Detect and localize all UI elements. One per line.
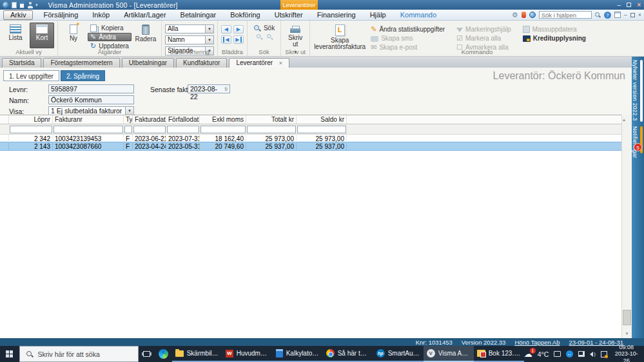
markeringshjalp-button[interactable]: Markeringshjälp xyxy=(454,25,514,33)
skapa-sms-button[interactable]: Skapa sms xyxy=(368,34,447,43)
first-record-button[interactable]: ◀ xyxy=(221,35,231,44)
temperature-label[interactable]: 4°C xyxy=(538,350,549,358)
taskbar-app-bok-pdf[interactable]: Bok 123.Pdf ... xyxy=(474,346,524,362)
menu-inkop[interactable]: Inköp xyxy=(85,11,117,19)
sidebar-notifications-tab[interactable]: Notifieringar xyxy=(632,126,638,158)
mdi-minimize-button[interactable]: – xyxy=(624,12,627,18)
namn-field[interactable]: Öckerö Kommun xyxy=(48,95,134,104)
zoom-in-icon[interactable] xyxy=(256,33,262,40)
taskbar-app-kalkylatorn[interactable]: Kalkylatorn ... xyxy=(273,346,323,362)
filter-lopnr-input[interactable] xyxy=(10,126,52,133)
subtab-sparning[interactable]: 2. Spårning xyxy=(61,70,105,81)
action-center-icon[interactable] xyxy=(601,351,607,357)
sortering-falt-select[interactable]: Namn ▾ xyxy=(165,35,214,44)
scroll-up-icon[interactable]: ▲ xyxy=(622,118,626,122)
markera-alla-button[interactable]: ☑ Markera alla xyxy=(454,34,514,43)
scrollbar-thumb[interactable] xyxy=(623,310,631,325)
filter-forfallodat-input[interactable] xyxy=(167,126,199,133)
filter-exkl-moms-input[interactable] xyxy=(200,126,246,133)
ny-button[interactable]: * Ny xyxy=(61,23,86,48)
menu-artiklar-lager[interactable]: Artiklar/Lager xyxy=(117,11,173,19)
close-button[interactable]: × xyxy=(637,2,641,8)
filter-typ-input[interactable] xyxy=(124,126,132,133)
volume-tray-icon[interactable]: ) xyxy=(590,351,596,357)
toolbar-dropdown-icon[interactable]: ▾ xyxy=(35,3,38,8)
menu-arkiv[interactable]: Arkiv xyxy=(3,10,33,20)
help-search-icon[interactable] xyxy=(595,12,601,18)
edge-button[interactable] xyxy=(155,346,172,362)
andra-button[interactable]: ✎ Ändra xyxy=(88,33,132,41)
header-forfallodat[interactable]: Förfallodat xyxy=(166,115,200,124)
taskbar-app-skarmbilder[interactable]: Skärmbilder xyxy=(172,346,222,362)
tab-foretagstermometern[interactable]: Företagstermometern xyxy=(43,58,119,68)
contextual-tab-leverantorer[interactable]: Leverantörer xyxy=(280,0,318,10)
visa-dropdown-icon[interactable]: ▾ xyxy=(125,107,133,115)
settings-gear-icon[interactable]: ⚙ xyxy=(512,12,518,19)
header-fakturanr[interactable]: Fakturanr xyxy=(53,115,124,124)
tab-leverantorer[interactable]: Leverantörer × xyxy=(229,58,289,68)
header-fakturadat[interactable]: Fakturadat xyxy=(133,115,166,124)
taskbar-app-visma[interactable]: V Visma Admi... xyxy=(424,346,474,362)
quick-doc2-icon[interactable] xyxy=(19,2,24,8)
tab-close-icon[interactable]: × xyxy=(279,60,282,66)
globe-icon[interactable] xyxy=(529,12,536,18)
taskbar-search[interactable]: Skriv här för att söka xyxy=(19,346,139,362)
last-record-button[interactable]: ▶ xyxy=(233,35,244,44)
start-button[interactable] xyxy=(0,346,19,362)
next-record-button[interactable]: ▶ xyxy=(233,25,244,33)
news-tab-bar[interactable] xyxy=(640,60,643,122)
header-totalt-kr[interactable]: Totalt kr xyxy=(246,115,297,124)
sok-button[interactable]: Sök xyxy=(251,24,277,32)
zoom-out-icon[interactable] xyxy=(266,33,273,40)
andra-statistikuppgifter-button[interactable]: ✎ Ändra statistikuppgifter xyxy=(368,25,447,33)
taskbar-app-huvudmeny[interactable]: W Huvudmeny xyxy=(222,346,273,362)
menu-finansiering[interactable]: Finansiering xyxy=(310,11,363,19)
header-typ[interactable]: Typ xyxy=(124,115,133,124)
header-saldo-kr[interactable]: Saldo kr xyxy=(297,115,347,124)
sortering-falt-dropdown-icon[interactable]: ▾ xyxy=(205,36,213,44)
user-icon[interactable] xyxy=(27,2,33,8)
tab-utbetalningar[interactable]: Utbetalningar xyxy=(122,58,174,68)
visa-select[interactable]: 1 Ej slutbetalda fakturor ▾ xyxy=(48,106,134,115)
kort-button[interactable]: Kort xyxy=(30,23,54,48)
table-row-selected[interactable]: 2 143 1003423087660 F 2023-04-24 2023-05… xyxy=(0,142,632,150)
scroll-down-icon[interactable]: ▼ xyxy=(622,329,632,338)
lista-button[interactable]: Lista xyxy=(3,23,28,48)
help-search-input[interactable] xyxy=(539,11,592,19)
kreditupplysning-button[interactable]: Kreditupplysning xyxy=(520,34,589,43)
subtab-lev-uppgifter[interactable]: 1. Lev uppgifter xyxy=(3,70,59,81)
weather-cloud-icon[interactable]: ☁ 1 xyxy=(524,350,532,358)
mdi-close-button[interactable]: × xyxy=(638,12,641,18)
filter-fakturadat-input[interactable] xyxy=(133,126,166,133)
taskbar-app-smartaudio[interactable]: hp SmartAudio xyxy=(373,346,424,362)
table-vertical-scrollbar[interactable]: ▲ ▼ xyxy=(621,115,632,338)
help-icon[interactable]: ? xyxy=(604,12,611,19)
massuppdatera-button[interactable]: Massuppdatera xyxy=(520,25,589,33)
menu-forsaljning[interactable]: Försäljning xyxy=(36,11,85,19)
sidebar-news-tab[interactable]: Nyheter version 2022.3 xyxy=(632,60,638,120)
urval-select[interactable]: Alla ▾ xyxy=(165,24,214,33)
previous-record-button[interactable]: ◀ xyxy=(221,25,231,33)
teamviewer-tray-icon[interactable]: ↔ xyxy=(566,350,573,357)
menu-hjalp[interactable]: Hjälp xyxy=(363,11,393,19)
kopiera-button[interactable]: Kopiera xyxy=(88,24,132,32)
levnr-field[interactable]: 5958897 xyxy=(48,84,134,93)
filter-fakturanr-input[interactable] xyxy=(54,126,123,133)
display-tray-icon[interactable] xyxy=(554,351,561,357)
header-lopnr[interactable]: Löpnr xyxy=(9,115,53,124)
mdi-restore-button[interactable] xyxy=(630,13,635,17)
menu-utskrifter[interactable]: Utskrifter xyxy=(268,11,310,19)
task-view-button[interactable] xyxy=(139,346,155,362)
taskbar-clock[interactable]: 09:08 2023-10-26 xyxy=(612,344,641,362)
skapa-leverantorsfaktura-button[interactable]: L Skapa leverantörsfaktura xyxy=(313,23,366,51)
quick-doc-icon[interactable] xyxy=(12,2,17,8)
tab-kundfakturor[interactable]: Kundfakturor xyxy=(176,58,227,68)
maximize-button[interactable] xyxy=(627,3,631,7)
app-icon[interactable] xyxy=(3,2,9,8)
menu-betalningar[interactable]: Betalningar xyxy=(173,11,224,19)
header-exkl-moms[interactable]: Exkl moms xyxy=(200,115,246,124)
menu-bokforing[interactable]: Bokföring xyxy=(223,11,267,19)
filter-saldo-input[interactable] xyxy=(297,126,346,133)
notifications-badge[interactable]: 5 xyxy=(634,143,642,151)
tab-startsida[interactable]: Startsida xyxy=(2,58,41,68)
